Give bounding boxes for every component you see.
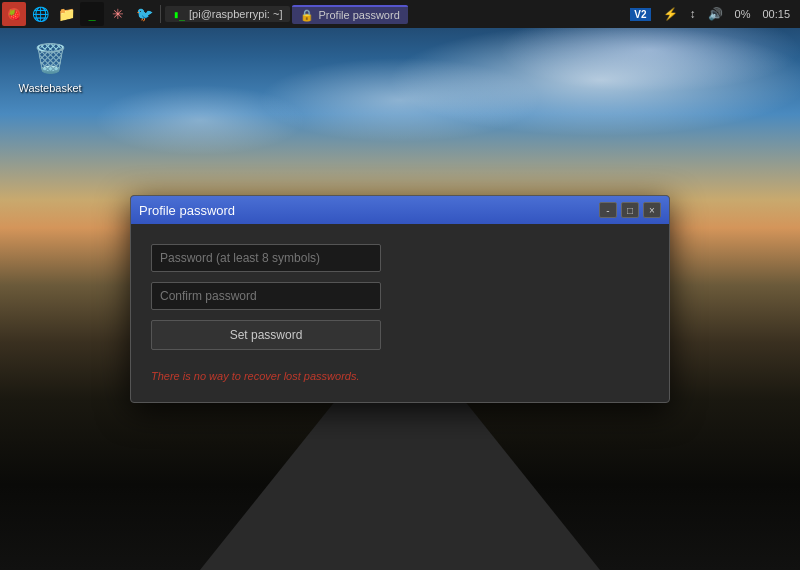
taskbar: 🍓 🌐 📁 _ ✳ 🐦 ▮_ [pi@raspberrypi: ~] 🔒 — [0, 0, 800, 28]
network-indicator[interactable]: ↕ — [686, 5, 700, 23]
battery-indicator[interactable]: 0% — [731, 6, 755, 22]
profile-password-dialog: Profile password - □ × — [130, 195, 670, 403]
lock-task-icon: 🔒 — [300, 9, 314, 22]
profile-password-task[interactable]: 🔒 Profile password — [292, 5, 407, 24]
taskbar-left: 🍓 🌐 📁 _ ✳ 🐦 ▮_ [pi@raspberrypi: ~] 🔒 — [0, 2, 408, 26]
dialog-title: Profile password — [139, 203, 235, 218]
dialog-titlebar[interactable]: Profile password - □ × — [131, 196, 669, 224]
warning-message: There is no way to recover lost password… — [151, 370, 649, 382]
taskbar-right: V2 ⚡ ↕ 🔊 0% 00:15 — [626, 5, 800, 23]
password-input[interactable] — [151, 244, 381, 272]
dialog-content: Set password There is no way to recover … — [131, 224, 669, 402]
settings-icon[interactable]: ✳ — [106, 2, 130, 26]
dialog-minimize-button[interactable]: - — [599, 202, 617, 218]
terminal-task-label: [pi@raspberrypi: ~] — [189, 8, 282, 20]
desktop: 🍓 🌐 📁 _ ✳ 🐦 ▮_ [pi@raspberrypi: ~] 🔒 — [0, 0, 800, 570]
avahi-icon[interactable]: 🐦 — [132, 2, 156, 26]
confirm-password-input[interactable] — [151, 282, 381, 310]
profile-password-task-label: Profile password — [318, 9, 399, 21]
modal-overlay: Profile password - □ × — [0, 28, 800, 570]
terminal-icon[interactable]: _ — [80, 2, 104, 26]
raspberry-menu-button[interactable]: 🍓 — [2, 2, 26, 26]
terminal-task[interactable]: ▮_ [pi@raspberrypi: ~] — [165, 6, 290, 22]
separator — [160, 5, 161, 23]
clock[interactable]: 00:15 — [758, 6, 794, 22]
dialog-close-button[interactable]: × — [643, 202, 661, 218]
v2-indicator[interactable]: V2 — [626, 6, 654, 22]
browser-icon[interactable]: 🌐 — [28, 2, 52, 26]
files-icon[interactable]: 📁 — [54, 2, 78, 26]
svg-text:🍓: 🍓 — [8, 8, 21, 21]
dialog-controls: - □ × — [599, 202, 661, 218]
bluetooth-indicator[interactable]: ⚡ — [659, 5, 682, 23]
terminal-task-icon: ▮_ — [173, 9, 185, 20]
dialog-maximize-button[interactable]: □ — [621, 202, 639, 218]
volume-indicator[interactable]: 🔊 — [704, 5, 727, 23]
set-password-button[interactable]: Set password — [151, 320, 381, 350]
